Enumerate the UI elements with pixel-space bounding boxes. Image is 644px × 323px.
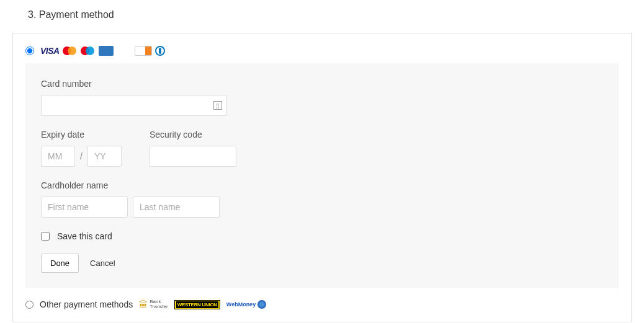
- save-card-label: Save this card: [57, 231, 112, 241]
- mastercard-icon: [63, 46, 78, 56]
- expiry-month-input[interactable]: [41, 146, 75, 167]
- diners-icon: [155, 46, 165, 56]
- western-union-icon: WESTERN UNION: [174, 300, 220, 309]
- amex-icon: [99, 46, 114, 56]
- credit-card-option[interactable]: VISA: [25, 46, 619, 56]
- expiry-label: Expiry date: [41, 130, 122, 139]
- last-name-input[interactable]: [133, 197, 220, 218]
- other-methods-label: Other payment methods: [40, 299, 133, 309]
- other-methods-radio[interactable]: [25, 301, 34, 309]
- save-card-checkbox[interactable]: [41, 232, 50, 241]
- security-code-label: Security code: [150, 130, 236, 139]
- first-name-input[interactable]: [41, 197, 128, 218]
- section-title: 3. Payment method: [28, 9, 632, 20]
- expiry-slash: /: [80, 151, 83, 161]
- webmoney-icon: WebMoney: [226, 300, 266, 309]
- card-form: Card number ▯ Expiry date / Security cod…: [25, 63, 619, 288]
- cancel-button[interactable]: Cancel: [90, 259, 115, 268]
- jcb-icon: [117, 46, 132, 56]
- other-methods-option[interactable]: Other payment methods 🏛 BankTransfer WES…: [25, 299, 619, 309]
- card-number-label: Card number: [41, 79, 603, 89]
- done-button[interactable]: Done: [41, 254, 79, 273]
- cardholder-label: Cardholder name: [41, 180, 603, 190]
- bank-transfer-icon: 🏛 BankTransfer: [139, 299, 168, 309]
- maestro-icon: [81, 46, 96, 56]
- payment-container: VISA Card number ▯ Expiry date /: [12, 33, 632, 322]
- expiry-year-input[interactable]: [87, 146, 122, 167]
- discover-icon: [135, 46, 152, 56]
- card-number-input[interactable]: [41, 95, 227, 116]
- visa-icon: VISA: [40, 46, 60, 56]
- card-brand-icons: VISA: [40, 46, 165, 56]
- credit-card-radio[interactable]: [25, 46, 34, 55]
- security-code-input[interactable]: [150, 146, 236, 167]
- card-detect-icon: ▯: [213, 101, 222, 110]
